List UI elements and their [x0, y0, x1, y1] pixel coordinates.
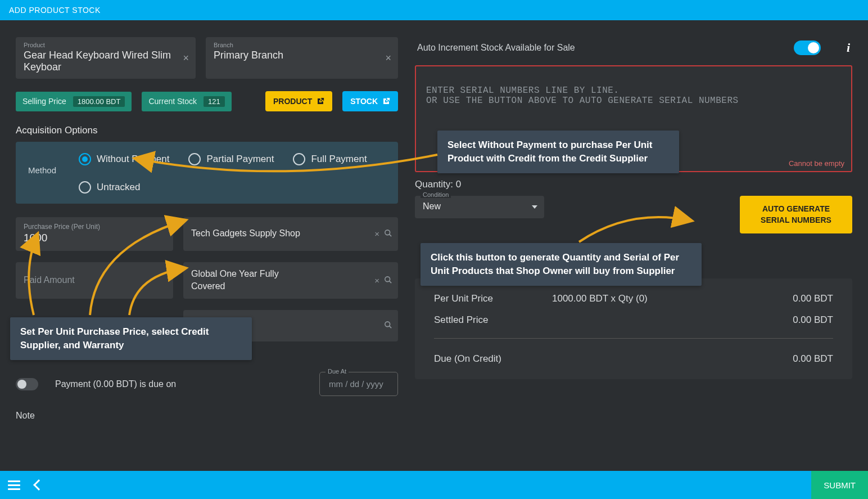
- payment-due-label: Payment (0.00 BDT) is due on: [55, 379, 176, 389]
- radio-untracked[interactable]: Untracked: [79, 181, 386, 194]
- note-label: Note: [16, 411, 398, 421]
- back-icon[interactable]: [33, 479, 44, 491]
- supplier-value: Tech Gadgets Supply Shop: [191, 227, 300, 240]
- svg-point-0: [385, 230, 390, 235]
- auto-generate-serials-button[interactable]: AUTO GENERATE SERIAL NUMBERS: [740, 196, 852, 233]
- search-icon[interactable]: [384, 321, 392, 331]
- condition-select[interactable]: Condition New: [415, 196, 544, 218]
- svg-point-4: [385, 322, 390, 327]
- svg-point-2: [385, 276, 390, 281]
- payment-due-toggle[interactable]: [16, 378, 38, 390]
- svg-line-1: [389, 234, 391, 236]
- serial-error: Cannot be empty: [789, 159, 844, 168]
- current-stock-chip: Current Stock 121: [142, 92, 231, 111]
- warranty-field[interactable]: Global One Year Fully Covered ×: [183, 262, 398, 299]
- due-on-credit-label: Due (On Credit): [434, 353, 552, 365]
- pricing-panel: Per Unit Price 1000.00 BDT x Qty (0) 0.0…: [415, 278, 852, 379]
- per-unit-price-label: Per Unit Price: [434, 293, 552, 304]
- settled-price-value: 0.00 BDT: [760, 314, 833, 326]
- selling-price-chip: Selling Price 1800.00 BDT: [16, 92, 132, 111]
- footer-bar: SUBMIT: [0, 471, 868, 499]
- quantity-label: Quantity: 0: [415, 179, 852, 190]
- info-icon[interactable]: i: [847, 41, 850, 55]
- product-field[interactable]: Product Gear Head Keyboard Wired Slim Ke…: [16, 37, 196, 79]
- method-label: Method: [28, 165, 56, 175]
- branch-value: Primary Branch: [214, 50, 390, 61]
- close-icon[interactable]: ×: [374, 229, 379, 239]
- product-label: Product: [24, 42, 188, 48]
- paid-amount-field[interactable]: Paid Amount: [16, 262, 173, 299]
- branch-field[interactable]: Branch Primary Branch ×: [206, 37, 398, 79]
- radio-full-payment[interactable]: Full Payment: [293, 153, 367, 165]
- purchase-price-field[interactable]: Purchase Price (Per Unit) 1000: [16, 217, 173, 251]
- close-icon[interactable]: ×: [183, 52, 189, 64]
- external-link-icon: [382, 97, 390, 105]
- per-unit-price-value: 0.00 BDT: [760, 293, 833, 304]
- due-on-credit-value: 0.00 BDT: [760, 353, 833, 365]
- per-unit-price-calc: 1000.00 BDT x Qty (0): [552, 293, 760, 304]
- condition-value: New: [423, 201, 441, 211]
- stock-button[interactable]: STOCK: [342, 91, 398, 111]
- method-panel: Method Without Payment Partial Payment F…: [16, 142, 398, 204]
- title-bar: ADD PRODUCT STOCK: [0, 0, 868, 20]
- external-link-icon: [317, 97, 324, 105]
- callout-autogen: Click this button to generate Quantity a…: [421, 243, 702, 286]
- paid-amount-label: Paid Amount: [24, 275, 75, 285]
- due-at-field[interactable]: Due At mm / dd / yyyy: [319, 372, 398, 396]
- radio-partial-payment[interactable]: Partial Payment: [188, 153, 274, 165]
- selling-price-value: 1800.00 BDT: [73, 96, 125, 107]
- search-icon[interactable]: [384, 276, 392, 286]
- settled-price-label: Settled Price: [434, 314, 552, 326]
- product-value: Gear Head Keyboard Wired Slim Keyboar: [24, 50, 188, 73]
- product-button[interactable]: PRODUCT: [265, 91, 332, 111]
- svg-line-5: [389, 326, 391, 329]
- close-icon[interactable]: ×: [385, 52, 391, 64]
- current-stock-value: 121: [204, 96, 225, 107]
- chevron-down-icon: [532, 205, 537, 209]
- callout-purchase-price: Set Per Unit Purchase Price, select Cred…: [10, 317, 252, 360]
- search-icon[interactable]: [384, 229, 392, 239]
- condition-label: Condition: [421, 191, 451, 198]
- page-title: ADD PRODUCT STOCK: [9, 6, 101, 15]
- warranty-value: Global One Year Fully Covered: [191, 268, 315, 292]
- purchase-price-value: 1000: [24, 232, 165, 244]
- close-icon[interactable]: ×: [374, 276, 379, 286]
- radio-without-payment[interactable]: Without Payment: [79, 153, 169, 165]
- due-at-label: Due At: [326, 368, 349, 375]
- due-at-placeholder: mm / dd / yyyy: [329, 379, 383, 389]
- submit-button[interactable]: SUBMIT: [811, 471, 868, 499]
- current-stock-label: Current Stock: [148, 97, 197, 106]
- auto-increment-toggle[interactable]: [794, 41, 821, 55]
- auto-increment-label: Auto Increment Stock Available for Sale: [417, 43, 794, 53]
- left-column: Product Gear Head Keyboard Wired Slim Ke…: [16, 37, 398, 471]
- menu-icon[interactable]: [8, 480, 20, 489]
- svg-line-3: [389, 281, 391, 283]
- selling-price-label: Selling Price: [22, 97, 66, 106]
- acquisition-title: Acquisition Options: [16, 125, 398, 136]
- purchase-price-label: Purchase Price (Per Unit): [24, 223, 165, 231]
- serial-placeholder: ENTER SERIAL NUMBERS LINE BY LINE. OR US…: [426, 86, 739, 106]
- branch-label: Branch: [214, 42, 390, 48]
- callout-without-payment: Select Without Payment to purchase Per U…: [437, 131, 679, 173]
- supplier-field[interactable]: Tech Gadgets Supply Shop ×: [183, 217, 398, 251]
